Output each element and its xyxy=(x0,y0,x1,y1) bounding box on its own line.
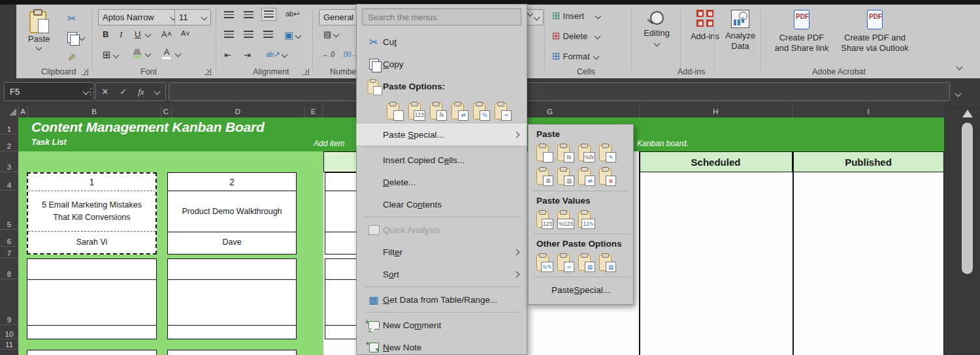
underline-dropdown[interactable] xyxy=(146,32,150,37)
create-pdf-outlook-button[interactable]: PDF✉ Create PDF andShare via Outlook xyxy=(838,10,911,54)
scheduled-header-cell[interactable]: Scheduled xyxy=(639,151,792,172)
format-painter-button[interactable]: ✎ xyxy=(67,52,76,63)
insert-cells-button[interactable]: ⊞Insert xyxy=(552,10,600,22)
bold-button[interactable]: B xyxy=(103,29,108,39)
paste-button[interactable]: Paste xyxy=(28,9,50,50)
formula-input[interactable] xyxy=(169,82,950,101)
menu-item-insert-copied-cells[interactable]: Insert Copied Cells... xyxy=(357,149,527,171)
alignment-dialog-launcher[interactable] xyxy=(302,69,309,75)
orientation-button[interactable]: ab↗ xyxy=(266,50,287,59)
align-middle-button[interactable] xyxy=(244,11,253,19)
row-header-3[interactable]: 3 xyxy=(0,151,18,172)
menu-item-new-note[interactable]: +New Note xyxy=(357,336,527,355)
increase-indent-button[interactable]: ⇥ xyxy=(244,50,251,60)
column-header-I[interactable]: I xyxy=(792,106,945,117)
column-header-B[interactable]: B xyxy=(27,106,161,117)
align-top-button[interactable] xyxy=(224,11,234,19)
fill-color-button[interactable] xyxy=(133,49,142,58)
underline-button[interactable]: U xyxy=(135,29,140,39)
align-right-button[interactable] xyxy=(263,31,273,39)
column-header-C[interactable]: C xyxy=(161,106,172,117)
column-header-D[interactable]: D xyxy=(171,106,305,117)
create-pdf-share-link-button[interactable]: PDF∞ Create PDFand Share link xyxy=(769,10,834,54)
name-box[interactable]: F5 xyxy=(4,82,94,101)
paste-linked-picture-icon[interactable]: ▨ xyxy=(599,253,614,271)
paste-formulas-number-formatting-icon[interactable]: %fx xyxy=(578,144,593,161)
insert-function-icon[interactable]: fx xyxy=(138,87,144,97)
enter-icon[interactable]: ✓ xyxy=(120,87,127,97)
chevron-down-icon[interactable] xyxy=(154,89,161,95)
row-header-6[interactable]: 6 xyxy=(0,230,18,247)
paste-formulas-icon[interactable]: fx xyxy=(557,144,572,161)
clipboard-dialog-launcher[interactable] xyxy=(82,69,88,75)
menu-item-quick-analysis[interactable]: Quick Analysis xyxy=(357,219,527,241)
row-header-9[interactable]: 9 xyxy=(0,279,18,325)
paste-link-icon[interactable]: ∞ xyxy=(495,102,510,119)
paste-icon[interactable] xyxy=(536,144,551,161)
decrease-indent-button[interactable]: ⇤ xyxy=(224,50,231,60)
row-header-2[interactable]: 2 xyxy=(0,134,18,151)
menu-item-sort[interactable]: Sort xyxy=(357,263,527,285)
font-color-button[interactable]: A xyxy=(161,48,172,60)
merge-center-button[interactable]: ▣ xyxy=(284,29,301,41)
decrease-decimal-button[interactable]: ←.0 xyxy=(322,50,335,58)
align-left-button[interactable] xyxy=(224,31,234,39)
kanban-card-empty[interactable] xyxy=(27,258,157,339)
accounting-format-button[interactable]: ▤ xyxy=(323,29,338,39)
editing-button[interactable]: Editing xyxy=(638,11,675,46)
paste-icon[interactable] xyxy=(387,102,402,119)
add-ins-button[interactable]: Add-ins xyxy=(687,10,723,41)
column-header-H[interactable]: H xyxy=(639,106,793,117)
formula-bar-grip[interactable]: ⋮ xyxy=(86,86,95,97)
paste-keep-column-widths-icon[interactable]: ▥ xyxy=(557,167,572,185)
row-header-7[interactable]: 7 xyxy=(0,247,18,258)
paste-formulas-icon[interactable]: fx xyxy=(430,102,445,119)
menu-item-paste-special[interactable]: Paste Special... xyxy=(529,280,633,300)
font-color-dropdown[interactable] xyxy=(176,52,180,56)
column-header-E[interactable]: E xyxy=(304,106,323,117)
paste-formatting-icon[interactable]: % xyxy=(473,102,488,119)
paste-transpose-icon[interactable]: ⇄ xyxy=(451,102,466,119)
search-input[interactable] xyxy=(362,8,521,25)
menu-item-cut[interactable]: ✂Cut xyxy=(357,31,527,53)
menu-item-copy[interactable]: Copy xyxy=(357,53,527,75)
published-header-cell[interactable]: Published xyxy=(792,151,944,172)
kanban-card-copied[interactable]: 1 5 Email Marketing Mistakes That Kill C… xyxy=(27,172,157,255)
paste-values-icon[interactable]: 123 xyxy=(536,210,551,228)
menu-item-get-data-from-table-range[interactable]: ▦Get Data from Table/Range... xyxy=(357,288,527,311)
row-header-10[interactable]: 10 xyxy=(0,325,18,339)
paste-no-borders-icon[interactable]: ⊞ xyxy=(536,167,551,185)
delete-cells-button[interactable]: ⊞Delete xyxy=(552,30,600,42)
paste-picture-icon[interactable]: ▧ xyxy=(578,253,593,271)
font-dialog-launcher[interactable] xyxy=(204,69,211,75)
paste-link-icon[interactable]: ∞ xyxy=(557,253,572,271)
paste-values-source-formatting-icon[interactable]: 12✎ xyxy=(578,210,593,228)
italic-button[interactable]: I xyxy=(120,29,122,40)
row-header-11[interactable]: 11 xyxy=(0,339,18,350)
menu-item-filter[interactable]: Filter xyxy=(357,241,527,263)
copy-button[interactable] xyxy=(67,32,84,43)
menu-item-clear-contents[interactable]: Clear Contents xyxy=(357,193,527,215)
align-bottom-button[interactable] xyxy=(262,8,276,20)
format-cells-button[interactable]: ⊞Format xyxy=(552,50,598,62)
scroll-up-arrow[interactable] xyxy=(962,110,973,117)
menu-item-paste-special[interactable]: Paste Special... xyxy=(357,123,527,146)
styles-group-dropdown[interactable] xyxy=(528,11,532,16)
row-header-8[interactable]: 8 xyxy=(0,258,18,279)
kanban-card[interactable]: 2 Product Demo Walkthrough Dave xyxy=(167,172,297,255)
align-center-button[interactable] xyxy=(244,31,253,39)
font-name-combo[interactable]: Aptos Narrow xyxy=(98,9,180,25)
row-header-4[interactable]: 4 xyxy=(0,172,18,191)
cancel-icon[interactable]: ✕ xyxy=(101,87,108,97)
paste-match-destination-formatting-icon[interactable]: ≣ xyxy=(599,167,614,185)
menu-item-new-comment[interactable]: +New Comment xyxy=(357,314,527,336)
wrap-text-button[interactable]: ab↩ xyxy=(286,10,299,18)
paste-keep-source-formatting-icon[interactable]: ✎ xyxy=(599,144,614,161)
scrollbar-thumb[interactable] xyxy=(962,123,973,274)
borders-button[interactable]: ⊞ xyxy=(103,49,118,61)
menu-item-delete[interactable]: Delete... xyxy=(357,171,527,193)
collapse-ribbon-button[interactable] xyxy=(957,65,962,69)
kanban-card-empty[interactable] xyxy=(167,258,297,339)
cut-button[interactable]: ✂ xyxy=(67,12,76,25)
kanban-card-partial[interactable] xyxy=(27,350,157,355)
